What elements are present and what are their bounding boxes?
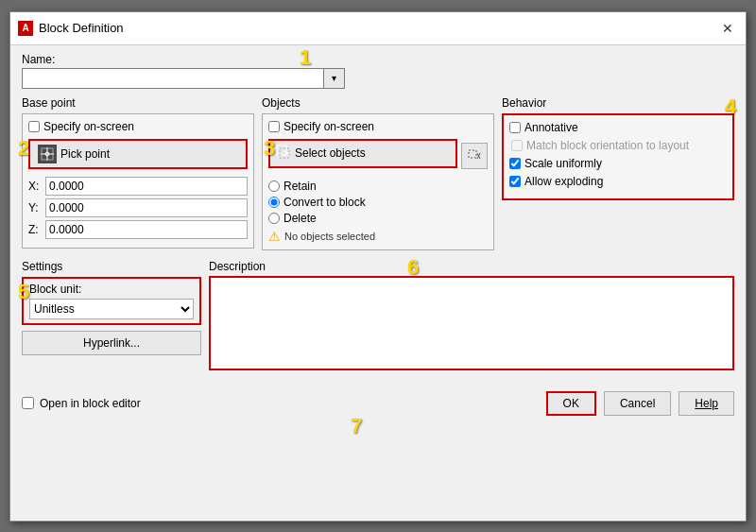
svg-rect-7 — [469, 150, 476, 158]
label-5: 5 — [18, 280, 29, 304]
scale-uniformly-label: Scale uniformly — [524, 157, 602, 170]
select-objects-button[interactable]: Select objects — [268, 139, 457, 168]
svg-rect-4 — [277, 146, 286, 155]
main-columns: Base point Specify on-screen — [22, 96, 734, 256]
name-input-row: ▾ — [22, 68, 734, 89]
settings-group: Block unit: Unitless Inches Feet Millime… — [22, 277, 201, 325]
x-label: X: — [28, 180, 42, 193]
match-orientation-checkbox[interactable] — [511, 140, 523, 151]
dialog-title: Block Definition — [39, 21, 124, 35]
bottom-section: Settings Block unit: Unitless Inches Fee… — [22, 260, 734, 370]
objects-specify-checkbox[interactable] — [268, 121, 280, 132]
base-point-group: Specify on-screen Pick point — [22, 113, 254, 249]
behavior-title: Behavior — [502, 96, 734, 110]
retain-radio-row: Retain — [268, 180, 488, 193]
description-column: Description — [209, 260, 734, 370]
close-button[interactable]: ✕ — [717, 18, 738, 39]
label-2: 2 — [18, 136, 29, 161]
annotative-checkbox[interactable] — [509, 122, 521, 133]
allow-exploding-label: Allow exploding — [524, 175, 603, 188]
settings-column: Settings Block unit: Unitless Inches Fee… — [22, 260, 201, 370]
pick-point-label: Pick point — [60, 147, 110, 161]
objects-specify-label: Specify on-screen — [284, 120, 374, 133]
match-orientation-row: Match block orientation to layout — [511, 139, 727, 152]
retain-label: Retain — [284, 180, 317, 193]
select-objects-icon — [276, 145, 291, 163]
no-objects-label: No objects selected — [284, 231, 375, 242]
label-1: 1 — [300, 45, 311, 70]
open-in-editor-label: Open in block editor — [40, 397, 141, 410]
label-6: 6 — [407, 255, 419, 280]
pick-point-button[interactable]: Pick point — [28, 139, 248, 169]
footer-left: Open in block editor — [22, 397, 141, 410]
titlebar: A Block Definition ✕ — [10, 12, 746, 45]
objects-column: Objects Specify on-screen — [262, 96, 494, 256]
warning-icon: ⚠ — [268, 229, 281, 244]
z-label: Z: — [28, 223, 42, 236]
objects-group: Specify on-screen Select objec — [262, 113, 494, 250]
deselect-objects-button[interactable] — [461, 143, 488, 169]
convert-label: Convert to block — [284, 196, 366, 209]
allow-exploding-checkbox[interactable] — [509, 176, 521, 187]
app-icon: A — [18, 21, 33, 36]
y-coord-row: Y: — [28, 198, 248, 217]
label-7: 7 — [351, 414, 362, 438]
footer: Open in block editor OK Cancel Help — [10, 384, 746, 423]
help-button[interactable]: Help — [679, 391, 734, 416]
z-input[interactable] — [45, 220, 248, 239]
specify-onscreen-checkbox[interactable] — [28, 121, 40, 132]
description-label: Description — [209, 260, 734, 273]
scale-uniformly-checkbox[interactable] — [509, 158, 521, 169]
pick-point-icon — [38, 145, 57, 163]
behavior-group: Annotative Match block orientation to la… — [502, 113, 734, 200]
annotative-row: Annotative — [509, 121, 727, 134]
ok-button[interactable]: OK — [546, 391, 596, 416]
delete-radio[interactable] — [268, 213, 280, 224]
objects-title: Objects — [262, 96, 494, 110]
block-definition-dialog: A Block Definition ✕ 1 2 3 4 5 6 7 Name:… — [9, 11, 747, 522]
x-coord-row: X: — [28, 177, 248, 196]
specify-onscreen-row: Specify on-screen — [28, 120, 248, 133]
no-objects-warning: ⚠ No objects selected — [268, 229, 488, 244]
retain-radio[interactable] — [268, 180, 280, 192]
label-3: 3 — [264, 136, 275, 161]
label-4: 4 — [725, 94, 736, 119]
settings-title: Settings — [22, 260, 201, 273]
block-unit-select[interactable]: Unitless Inches Feet Millimeters Centime… — [29, 299, 194, 319]
select-btn-row: Select objects — [268, 139, 488, 174]
block-unit-label: Block unit: — [29, 283, 194, 296]
titlebar-left: A Block Definition — [18, 21, 124, 36]
select-objects-label: Select objects — [295, 146, 366, 160]
y-label: Y: — [28, 201, 42, 215]
allow-exploding-row: Allow exploding — [509, 175, 727, 188]
description-group — [209, 276, 734, 370]
base-point-column: Base point Specify on-screen — [22, 96, 254, 256]
annotative-label: Annotative — [524, 121, 578, 134]
z-coord-row: Z: — [28, 220, 248, 239]
specify-onscreen-label: Specify on-screen — [43, 120, 134, 133]
convert-radio[interactable] — [268, 197, 280, 208]
scale-uniformly-row: Scale uniformly — [509, 157, 727, 170]
dialog-body: 1 2 3 4 5 6 7 Name: ▾ Base point Specify… — [10, 45, 746, 378]
behavior-column: Behavior Annotative Match block orientat… — [502, 96, 734, 256]
cancel-button[interactable]: Cancel — [604, 391, 671, 416]
delete-label: Delete — [284, 212, 317, 225]
name-dropdown-arrow[interactable]: ▾ — [324, 68, 345, 89]
delete-radio-row: Delete — [268, 212, 488, 225]
svg-rect-5 — [280, 148, 289, 158]
open-in-editor-checkbox[interactable] — [22, 397, 34, 409]
footer-buttons: OK Cancel Help — [546, 391, 734, 416]
hyperlink-button[interactable]: Hyperlink... — [22, 331, 201, 355]
convert-radio-row: Convert to block — [268, 196, 488, 209]
base-point-title: Base point — [22, 96, 254, 110]
name-section: Name: ▾ — [22, 53, 734, 89]
name-input[interactable] — [22, 68, 324, 89]
name-label: Name: — [22, 53, 734, 66]
y-input[interactable] — [45, 198, 248, 217]
description-textarea[interactable] — [215, 282, 729, 357]
match-orientation-label: Match block orientation to layout — [526, 139, 689, 152]
x-input[interactable] — [45, 177, 248, 196]
objects-specify-row: Specify on-screen — [268, 120, 488, 133]
